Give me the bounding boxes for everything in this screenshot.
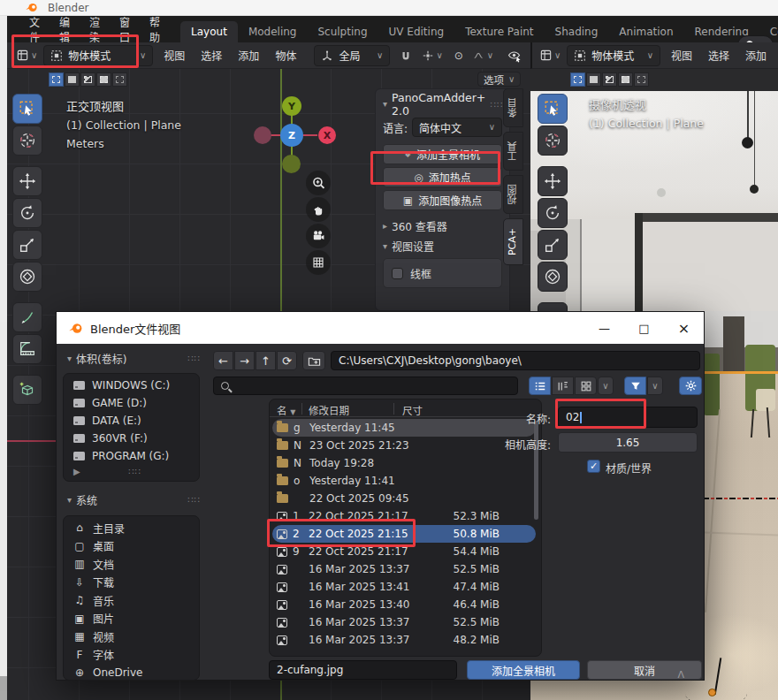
system-item[interactable]: ♫ 音乐 xyxy=(64,591,199,610)
header-menu-item[interactable]: 视图 xyxy=(663,44,700,66)
orthographic-toggle-button[interactable] xyxy=(306,250,331,275)
snap-target-dropdown[interactable]: ∨ xyxy=(418,45,446,66)
editor-type-button[interactable]: ∨ xyxy=(12,45,41,66)
select-invert-button[interactable] xyxy=(618,72,633,87)
move-tool[interactable] xyxy=(538,166,568,196)
snap-toggle-button[interactable] xyxy=(396,45,416,66)
system-item[interactable]: ⊕ OneDrive xyxy=(64,664,199,681)
header-menu-item[interactable]: 物体 xyxy=(267,44,304,66)
panel-action-button[interactable]: ⌖ 添加全景相机 xyxy=(383,144,502,164)
file-row[interactable]: 16 Mar 2025 13:37 52.5 MiB xyxy=(272,560,536,578)
gizmo-axis-y-neg[interactable] xyxy=(282,155,301,173)
transform-tool[interactable] xyxy=(12,262,42,292)
mode-dropdown[interactable]: 物体模式 ∨ xyxy=(43,45,153,66)
gizmo-axis-z[interactable]: Z xyxy=(280,124,303,147)
system-item[interactable]: ▥ 文档 xyxy=(64,555,199,574)
options-dropdown[interactable]: 选项 ∨ xyxy=(477,72,521,87)
menu-item[interactable]: 窗口 xyxy=(110,11,140,47)
volume-item[interactable]: GAME (D:) xyxy=(64,394,199,412)
select-set-button[interactable] xyxy=(49,72,64,87)
maximize-button[interactable]: □ xyxy=(624,312,664,344)
up-button[interactable]: ↑ xyxy=(256,351,276,370)
file-row[interactable]: 22 Oct 2025 09:45 xyxy=(272,490,536,507)
system-section-header[interactable]: ▾ 系统 xyxy=(67,492,97,507)
rotate-tool[interactable] xyxy=(12,198,42,228)
select-intersect-button[interactable] xyxy=(112,72,127,87)
select-intersect-button[interactable] xyxy=(634,72,649,87)
volumes-section-header[interactable]: ▾ 体积(卷标) xyxy=(67,351,126,366)
select-box-tool[interactable] xyxy=(538,94,568,124)
annotate-tool[interactable] xyxy=(12,302,42,332)
workspace-tab[interactable]: Texture Paint xyxy=(454,21,544,42)
menu-item[interactable]: 渲染 xyxy=(80,11,110,47)
header-menu-item[interactable]: 选择 xyxy=(700,44,737,66)
sidebar-tab[interactable]: 条目 xyxy=(503,88,523,127)
cancel-button[interactable]: 取消 xyxy=(587,660,702,680)
volume-item[interactable]: DATA (E:) xyxy=(64,412,199,430)
system-item[interactable]: ▣ 图片 xyxy=(64,610,199,628)
select-set-button[interactable] xyxy=(570,72,585,87)
pan-button[interactable] xyxy=(306,197,331,222)
close-button[interactable]: × xyxy=(664,312,704,344)
file-row[interactable]: o Yesterday 11:41 xyxy=(272,472,536,490)
proportional-editing-button[interactable]: ⊙ xyxy=(451,45,467,66)
select-box-tool[interactable] xyxy=(12,94,42,124)
filter-button[interactable] xyxy=(624,377,646,395)
sidebar-tab[interactable]: PCA+ xyxy=(503,218,523,265)
drag-dots-icon[interactable]: ∷∷ xyxy=(490,100,503,110)
menu-item[interactable]: 编辑 xyxy=(50,11,80,47)
header-menu-item[interactable]: 添加 xyxy=(737,44,774,66)
workspace-tab[interactable]: Sculpting xyxy=(307,21,378,42)
refresh-button[interactable]: ⟳ xyxy=(277,351,297,370)
select-extend-button[interactable] xyxy=(65,72,80,87)
header-menu-item[interactable]: 选择 xyxy=(193,44,230,66)
panel-header[interactable]: ▾ PanoCamAdder+ 2.0 ∷∷ xyxy=(383,95,502,114)
select-subtract-button[interactable] xyxy=(80,72,95,87)
scale-tool[interactable] xyxy=(12,230,42,260)
material-world-checkbox[interactable]: ✓ xyxy=(587,460,600,473)
view-thumbnail-button[interactable] xyxy=(575,377,597,395)
workspace-tab[interactable]: Animation xyxy=(608,21,683,42)
drag-dots-icon[interactable]: ∷∷ xyxy=(187,495,201,505)
view-options-dropdown[interactable]: ∨ xyxy=(598,377,614,395)
search-input[interactable] xyxy=(213,377,518,395)
language-dropdown[interactable]: 简体中文 ∨ xyxy=(412,118,502,137)
show-gizmo-button[interactable] xyxy=(504,45,525,66)
column-size[interactable]: 尺寸 xyxy=(402,403,423,417)
view-settings-section-header[interactable]: ▾ 视图设置 xyxy=(383,236,502,256)
view-detail-button[interactable] xyxy=(552,377,574,395)
filename-input[interactable]: 2-cufang.jpg xyxy=(269,660,457,680)
camera-view-button[interactable] xyxy=(306,224,331,248)
move-tool[interactable] xyxy=(12,166,42,196)
menu-item[interactable]: 帮助 xyxy=(140,11,170,47)
workspace-tab[interactable]: UV Editing xyxy=(378,21,455,42)
select-subtract-button[interactable] xyxy=(602,72,617,87)
gizmo-axis-x-neg[interactable] xyxy=(254,126,271,144)
file-row[interactable]: 9 22 Oct 2025 21:17 54.4 MiB xyxy=(272,543,536,560)
name-input[interactable]: 02 xyxy=(558,407,698,428)
minimize-button[interactable]: — xyxy=(584,312,624,344)
file-row[interactable]: 16 Mar 2025 13:41 47.4 MiB xyxy=(272,578,536,596)
cursor-tool[interactable] xyxy=(12,126,42,156)
gizmo-axis-x[interactable]: X xyxy=(318,126,336,144)
header-menu-item[interactable]: 添加 xyxy=(230,44,267,66)
volume-item[interactable]: 360VR (F:) xyxy=(64,430,199,447)
filter-options-dropdown[interactable]: ∨ xyxy=(647,377,663,395)
forward-button[interactable]: → xyxy=(234,351,255,370)
system-item[interactable]: ▢ 桌面 xyxy=(64,537,199,556)
file-row[interactable]: 16 Mar 2025 13:40 46.4 MiB xyxy=(272,596,536,613)
new-folder-button[interactable] xyxy=(302,351,325,370)
proportional-falloff-dropdown[interactable]: ∨ xyxy=(469,45,497,66)
file-row[interactable]: 1 22 Oct 2025 21:17 52.3 MiB xyxy=(272,507,536,525)
file-row[interactable]: 16 Mar 2025 13:37 52.5 MiB xyxy=(272,613,536,631)
editor-type-button[interactable]: ∨ xyxy=(536,45,564,66)
dialog-titlebar[interactable]: Blender文件视图 — □ × xyxy=(57,312,704,344)
drag-dots-icon[interactable]: ∷∷ xyxy=(128,467,141,476)
resize-corner-icon[interactable]: ᐱ xyxy=(677,669,684,681)
rotate-tool[interactable] xyxy=(538,198,568,228)
add-cube-tool[interactable] xyxy=(12,375,42,405)
sidebar-tab[interactable]: 工具 xyxy=(503,132,523,171)
panel-action-button[interactable]: ◎ 添加热点 xyxy=(383,167,502,187)
file-row[interactable]: 2 22 Oct 2025 21:15 50.8 MiB xyxy=(272,525,536,543)
select-extend-button[interactable] xyxy=(586,72,601,87)
